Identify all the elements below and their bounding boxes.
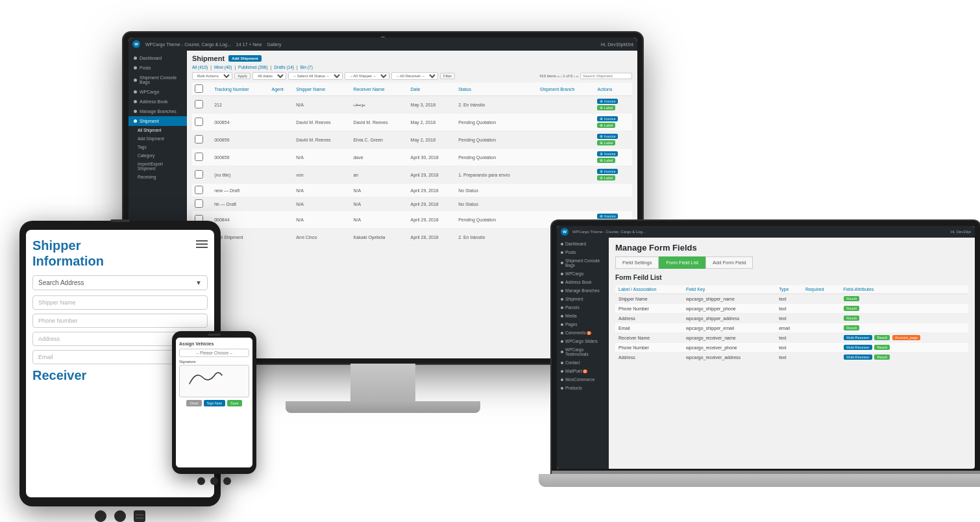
tracking-number[interactable]: 000854 [212, 114, 269, 131]
filter-mine[interactable]: Mine (40) [214, 65, 232, 69]
invoice-button[interactable]: ⊕ Invoice [597, 134, 618, 139]
col-status[interactable]: Status [456, 82, 537, 96]
search-input[interactable] [580, 73, 632, 79]
invoice-button[interactable]: ⊕ Invoice [597, 99, 618, 104]
tracking-number[interactable]: hh — Draft [212, 197, 269, 211]
wp-gallery-link[interactable]: Gallery [267, 42, 281, 47]
label-button[interactable]: ⊕ Label [597, 123, 615, 128]
sign-now-button[interactable]: Sign Now [204, 400, 226, 406]
sidebar-sub-tags[interactable]: Tags [129, 143, 187, 151]
laptop-sidebar-contact[interactable]: Contact [557, 358, 609, 367]
bulk-actions-select[interactable]: Bulk Actions [192, 72, 232, 80]
shipper-name-field[interactable]: Shipper Name [32, 295, 208, 310]
laptop-sidebar-media[interactable]: Media [557, 312, 609, 320]
receiver-filter-select[interactable]: -- All Receiver -- [391, 72, 438, 80]
search-address-dropdown[interactable]: Search Address ▼ [32, 275, 208, 290]
multi-receiver-attr-button[interactable]: Multi-Receiver [844, 354, 872, 360]
label-button[interactable]: ⊕ Label [597, 105, 615, 110]
laptop-sidebar-address-book[interactable]: Address Book [557, 278, 609, 286]
laptop-sidebar-shipment[interactable]: Shipment [557, 295, 609, 303]
sidebar-item-posts[interactable]: Posts [129, 63, 187, 73]
row-checkbox[interactable] [195, 100, 203, 108]
multi-receiver-attr-button[interactable]: Multi-Receiver [844, 345, 872, 350]
tab-form-field-list[interactable]: Form Field List [659, 256, 705, 269]
tab-add-form-field[interactable]: Add Form Field [705, 256, 753, 269]
row-checkbox[interactable] [195, 170, 203, 179]
laptop-sidebar-posts[interactable]: Posts [557, 248, 609, 256]
tracking-number[interactable]: 000856 [212, 149, 269, 166]
multi-receiver-attr-button[interactable]: Multi-Receiver [844, 335, 872, 340]
sidebar-item-address-book[interactable]: Address Book [129, 97, 187, 106]
label-button[interactable]: ⊕ Label [597, 140, 615, 145]
result-attr-button[interactable]: Result [844, 325, 859, 330]
sidebar-item-manage-branches[interactable]: Manage Branches [129, 106, 187, 116]
laptop-sidebar-testimonials[interactable]: WPCargo Testimonials [557, 345, 609, 358]
invoice-button[interactable]: ⊕ Invoice [597, 151, 618, 156]
filter-button[interactable]: Filter [440, 73, 455, 79]
account-page-attr-button[interactable]: Account_page [892, 335, 920, 340]
shipper-filter-select[interactable]: -- All Shipper -- [345, 72, 389, 80]
result-attr-button[interactable]: Result [874, 335, 890, 340]
tablet-back-button[interactable] [95, 510, 106, 522]
date-filter-select[interactable]: All dates [252, 72, 286, 80]
label-button[interactable]: ⊕ Label [597, 158, 615, 163]
select-all-checkbox[interactable] [195, 84, 203, 93]
phone-back-button[interactable] [197, 477, 205, 485]
sidebar-sub-all-shipment[interactable]: All Shipment [129, 126, 187, 134]
filter-published[interactable]: Published (396) [238, 65, 268, 69]
laptop-sidebar-mailpoet[interactable]: MailPoet 8 [557, 367, 609, 375]
tracking-number[interactable]: 212 [212, 96, 269, 114]
laptop-sidebar-pages[interactable]: Pages [557, 320, 609, 329]
laptop-sidebar-wpcargo[interactable]: WPCargo [557, 269, 609, 278]
sidebar-sub-add-shipment[interactable]: Add Shipment [129, 134, 187, 143]
result-attr-button[interactable]: Result [844, 306, 859, 311]
col-tracking[interactable]: Tracking Number [212, 82, 269, 96]
sidebar-item-dashboard[interactable]: Dashboard [129, 53, 187, 63]
phone-recent-button[interactable] [223, 477, 231, 485]
save-button[interactable]: Save [227, 400, 242, 406]
sidebar-sub-receiving[interactable]: Receiving [129, 173, 187, 181]
row-checkbox[interactable] [195, 118, 203, 126]
filter-all[interactable]: All (410) [192, 65, 208, 69]
phone-number-field[interactable]: Phone Number [32, 314, 208, 328]
label-button[interactable]: ⊕ Label [597, 175, 615, 180]
sidebar-sub-import-export[interactable]: Import/Export Shipment [129, 160, 187, 173]
signature-box[interactable] [179, 365, 249, 397]
row-checkbox[interactable] [195, 199, 203, 208]
laptop-sidebar-products[interactable]: Products [557, 384, 609, 392]
laptop-sidebar-comments[interactable]: Comments 8 [557, 329, 609, 337]
laptop-sidebar-sliders[interactable]: WPCargo Sliders [557, 337, 609, 345]
sidebar-item-console-bags[interactable]: Shipment Console Bags [129, 73, 187, 87]
row-checkbox[interactable] [195, 186, 203, 194]
tab-field-settings[interactable]: Field Settings [615, 256, 659, 269]
apply-button[interactable]: Apply [234, 73, 251, 79]
filter-drafts[interactable]: Drafts (14) [274, 65, 294, 69]
col-receiver[interactable]: Receiver Name [350, 82, 408, 96]
laptop-sidebar-console-bags[interactable]: Shipment Console Bags [557, 256, 609, 269]
invoice-button[interactable]: ⊕ Invoice [597, 169, 618, 174]
tablet-recent-button[interactable] [134, 510, 145, 522]
sidebar-sub-category[interactable]: Category [129, 151, 187, 160]
tracking-number[interactable]: 000856 [212, 131, 269, 149]
status-filter-select[interactable]: -- Select All Status -- [288, 72, 343, 80]
row-checkbox[interactable] [195, 135, 203, 143]
clear-button[interactable]: Clear [186, 400, 201, 406]
result-attr-button[interactable]: Result [874, 354, 890, 360]
laptop-sidebar-parcels[interactable]: Parcels [557, 303, 609, 312]
result-attr-button[interactable]: Result [844, 296, 859, 301]
tracking-number[interactable]: (no title) [212, 166, 269, 184]
add-shipment-button[interactable]: Add Shipment [228, 55, 262, 62]
row-checkbox[interactable] [195, 153, 203, 161]
hamburger-menu-icon[interactable] [196, 240, 208, 248]
filter-bin[interactable]: Bin (7) [300, 65, 313, 69]
phone-vehicle-select[interactable]: -- Please Choose -- [179, 349, 249, 357]
col-agent[interactable]: Agent [269, 82, 294, 96]
invoice-button[interactable]: ⊕ Invoice [597, 214, 618, 219]
tablet-home-button[interactable] [114, 510, 126, 522]
laptop-sidebar-dashboard[interactable]: Dashboard [557, 240, 609, 248]
sidebar-item-wpcargo[interactable]: WPCargo [129, 87, 187, 97]
col-branch[interactable]: Shipment Branch [537, 82, 595, 96]
phone-home-button[interactable] [210, 477, 218, 485]
result-attr-button[interactable]: Result [844, 316, 859, 321]
sidebar-item-shipment[interactable]: Shipment [129, 116, 187, 126]
